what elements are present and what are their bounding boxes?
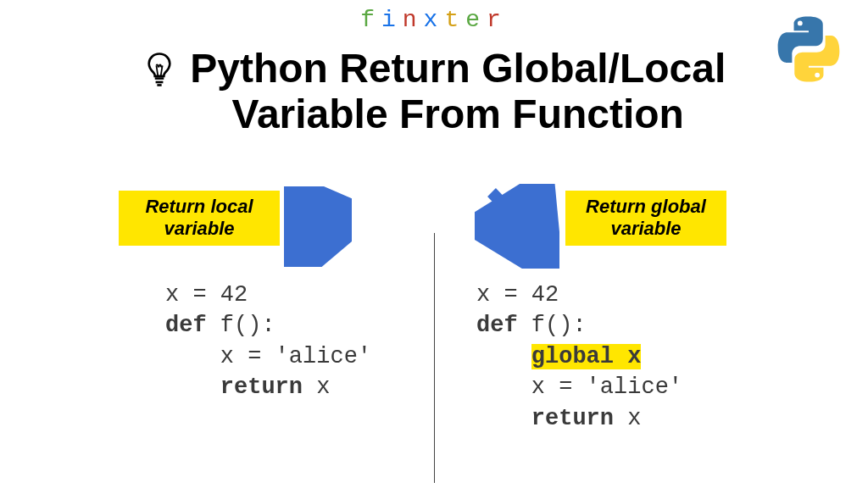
title-line2: Variable From Function xyxy=(190,92,726,137)
code-kw: def xyxy=(165,313,207,338)
arrow-down-icon xyxy=(284,186,352,267)
code-highlight: global x xyxy=(531,344,642,369)
bulb-icon xyxy=(142,51,176,92)
code-line: x = 'alice' xyxy=(165,344,371,369)
left-label: Return local variable xyxy=(119,191,280,246)
brand-letter: t xyxy=(444,7,465,33)
brand-letter: n xyxy=(403,7,424,33)
page-title: Python Return Global/Local Variable From… xyxy=(53,46,815,137)
right-label: Return global variable xyxy=(565,191,726,246)
code-rest: f(): xyxy=(207,313,275,338)
code-indent xyxy=(165,374,220,400)
title-text: Python Return Global/Local Variable From… xyxy=(190,46,726,137)
left-column: Return local variable x = 42 def f(): x … xyxy=(0,191,434,479)
title-line1: Python Return Global/Local xyxy=(190,46,726,92)
brand-letter: e xyxy=(465,7,487,33)
code-rest: x xyxy=(303,374,330,400)
left-label-l1: Return local xyxy=(134,196,264,218)
right-label-l1: Return global xyxy=(581,196,711,218)
code-line: x = 42 xyxy=(165,282,248,308)
right-label-l2: variable xyxy=(581,218,711,240)
left-code: x = 42 def f(): x = 'alice' return x xyxy=(165,280,371,403)
code-kw: def xyxy=(476,313,518,338)
right-code: x = 42 def f(): global x x = 'alice' ret… xyxy=(476,280,682,434)
right-column: Return global variable x = 42 def f(): g… xyxy=(434,191,868,479)
code-kw: return xyxy=(531,406,614,431)
columns: Return local variable x = 42 def f(): x … xyxy=(0,191,868,479)
left-label-l2: variable xyxy=(134,218,264,240)
brand-letter: r xyxy=(487,7,508,33)
code-rest: x xyxy=(614,406,641,431)
brand-letter: x xyxy=(424,7,445,33)
code-indent xyxy=(476,406,531,431)
brand-logo: finxter xyxy=(360,7,508,33)
code-indent xyxy=(476,344,531,369)
code-kw: return xyxy=(220,374,303,400)
brand-letter: f xyxy=(360,7,381,33)
code-rest: f(): xyxy=(518,313,587,338)
code-line: x = 42 xyxy=(476,282,559,308)
brand-letter: i xyxy=(381,7,403,33)
code-line: x = 'alice' xyxy=(476,374,682,400)
arrow-down-icon xyxy=(475,184,559,269)
